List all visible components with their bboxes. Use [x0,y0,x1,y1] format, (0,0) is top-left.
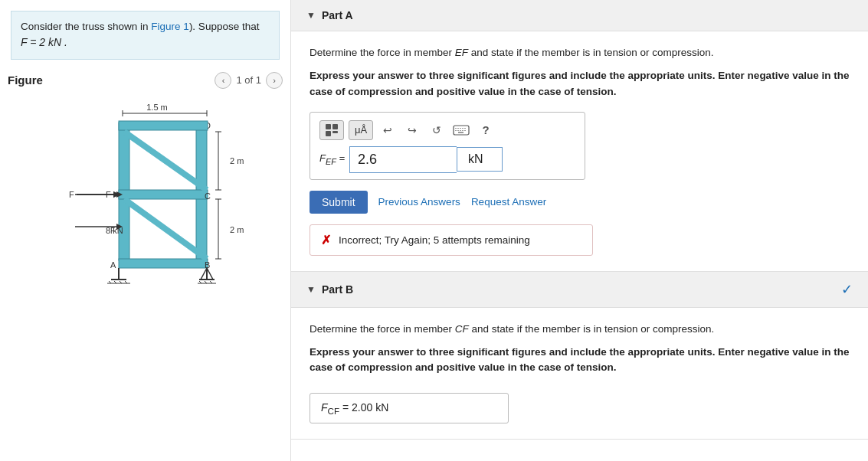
error-icon: ✗ [321,233,331,247]
part-b-content: Determine the force in member CF and sta… [291,308,868,440]
left-panel: Consider the truss shown in Figure 1). S… [0,0,291,461]
part-b-section: ▼ Part B ✓ Determine the force in member… [291,272,868,440]
svg-rect-8 [119,121,208,130]
svg-rect-9 [119,190,208,199]
part-a-content: Determine the force in member EF and sta… [291,31,868,271]
svg-rect-52 [326,131,331,136]
svg-rect-10 [119,259,208,268]
part-b-instructions: Express your answer to three significant… [310,345,850,376]
request-answer-link[interactable]: Request Answer [471,196,546,208]
svg-text:1.5 m: 1.5 m [146,103,168,112]
part-b-arrow: ▼ [306,284,316,295]
svg-rect-53 [332,131,338,133]
mu-button[interactable]: μÅ [349,120,373,140]
part-a-header[interactable]: ▼ Part A [291,0,868,31]
truss-figure: 1.5 m E D 2 m [0,92,290,299]
part-a-unit: kN [457,147,503,172]
part-a-question: Determine the force in member EF and sta… [310,45,850,60]
part-b-title: Part B [322,283,353,296]
part-a-section: ▼ Part A Determine the force in member E… [291,0,868,272]
svg-text:C: C [205,191,211,201]
part-b-answer-value: 2.00 kN [352,401,388,414]
figure-page: 1 of 1 [236,74,261,86]
svg-text:F: F [69,190,74,199]
part-a-answer-box: μÅ ↩ ↪ ↺ [310,112,585,180]
keyboard-button[interactable] [451,120,471,140]
help-button[interactable]: ? [476,120,496,140]
svg-text:2 m: 2 m [230,156,244,165]
figure-link[interactable]: Figure 1 [151,21,189,32]
submit-button[interactable]: Submit [310,191,368,214]
part-a-toolbar: μÅ ↩ ↪ ↺ [319,119,575,142]
part-a-answer-label: FEF = [319,152,345,166]
redo-button[interactable]: ↪ [402,120,422,140]
part-a-instructions: Express your answer to three significant… [310,68,850,100]
svg-text:A: A [110,260,116,270]
svg-line-11 [124,132,207,190]
prev-answers-link[interactable]: Previous Answers [378,196,460,208]
part-b-question: Determine the force in member CF and sta… [310,322,850,337]
svg-rect-50 [326,124,331,129]
svg-rect-51 [332,124,338,129]
matrix-button[interactable] [319,120,344,140]
figure-header: Figure ‹ 1 of 1 › [0,67,290,92]
svg-text:2 m: 2 m [230,225,244,234]
error-message: Incorrect; Try Again; 5 attempts remaini… [339,234,530,246]
part-a-arrow: ▼ [306,10,316,21]
right-panel: ▼ Part A Determine the force in member E… [291,0,868,461]
figure-prev-button[interactable]: ‹ [215,72,231,89]
part-b-answer-display: FCF = 2.00 kN [310,393,509,424]
problem-text2: ). Suppose that [189,21,260,32]
part-a-actions: Submit Previous Answers Request Answer [310,191,850,214]
part-a-answer-input[interactable] [349,146,457,173]
svg-line-12 [124,199,207,259]
figure-nav: ‹ 1 of 1 › [215,72,283,89]
problem-statement: Consider the truss shown in Figure 1). S… [11,11,280,60]
part-b-header[interactable]: ▼ Part B ✓ [291,272,868,308]
refresh-button[interactable]: ↺ [427,120,447,140]
undo-button[interactable]: ↩ [378,120,398,140]
problem-equation: F = 2 kN . [21,36,67,48]
mu-label: μÅ [355,124,367,136]
figure-next-button[interactable]: › [266,72,283,89]
truss-svg: 1.5 m E D 2 m [54,100,253,299]
part-a-title: Part A [322,9,353,21]
figure-label: Figure [8,74,43,87]
svg-text:F: F [110,227,115,235]
error-box: ✗ Incorrect; Try Again; 5 attempts remai… [310,224,593,256]
part-a-input-row: FEF = kN [319,146,575,173]
part-b-checkmark: ✓ [841,281,853,298]
problem-text: Consider the truss shown in [21,21,151,32]
